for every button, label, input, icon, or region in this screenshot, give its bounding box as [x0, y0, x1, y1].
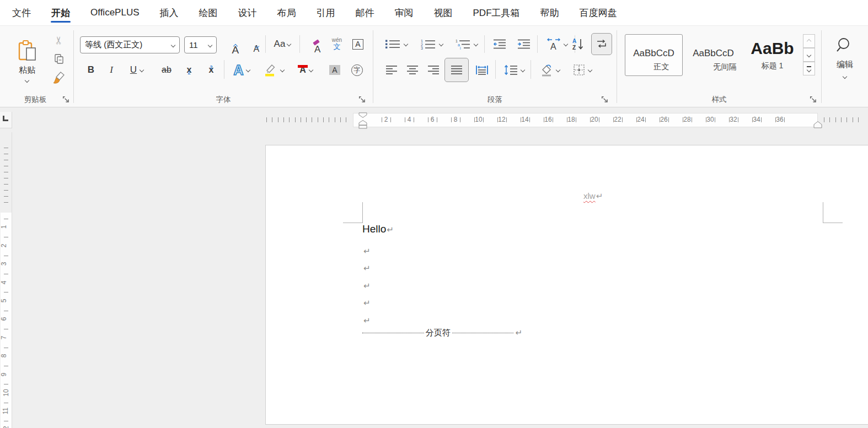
text-effects-button[interactable]: A — [227, 58, 256, 82]
change-case-button[interactable]: Aa — [269, 34, 296, 54]
tab-review[interactable]: 审阅 — [394, 1, 415, 25]
style-card-normal[interactable]: AaBbCcD ↵ 正文 — [625, 34, 683, 76]
strikethrough-button[interactable]: ab — [156, 59, 178, 81]
hanging-indent-marker[interactable] — [358, 120, 367, 129]
justify-button[interactable] — [444, 58, 469, 82]
align-right-button[interactable] — [424, 59, 443, 81]
decrease-indent-button[interactable] — [489, 34, 511, 54]
clear-formatting-button[interactable]: A — [304, 34, 325, 54]
align-left-button[interactable] — [382, 59, 401, 81]
styles-scroll-up-button[interactable] — [803, 34, 815, 48]
tab-officeplus[interactable]: OfficePLUS — [89, 2, 141, 24]
paragraph-dialog-launcher[interactable] — [601, 96, 609, 104]
increase-indent-button[interactable] — [513, 34, 535, 54]
style-card-no-spacing[interactable]: AaBbCcD ↵ 无间隔 — [684, 34, 742, 76]
ruler-tick — [846, 117, 847, 122]
tab-help[interactable]: 帮助 — [539, 1, 560, 25]
cut-button[interactable]: ✂ — [51, 32, 67, 48]
justify-icon — [450, 65, 463, 75]
font-name-combobox[interactable]: 等线 (西文正文) — [80, 36, 180, 53]
grow-font-button[interactable]: A — [222, 34, 242, 54]
tab-layout[interactable]: 布局 — [276, 1, 297, 25]
ruler-tick — [4, 148, 8, 148]
bullets-button[interactable] — [381, 34, 411, 54]
styles-gallery-expand-button[interactable] — [803, 62, 815, 75]
ruler-tick — [761, 117, 762, 122]
ruler-tick — [4, 154, 8, 154]
multilevel-list-button[interactable]: 1 a i — [450, 34, 482, 54]
tab-view[interactable]: 视图 — [433, 1, 454, 25]
underline-button[interactable]: U — [122, 59, 151, 81]
shrink-font-button[interactable]: A — [243, 34, 264, 54]
tab-file[interactable]: 文件 — [11, 1, 32, 25]
tab-references[interactable]: 引用 — [315, 1, 336, 25]
styles-scroll-down-button[interactable] — [803, 48, 815, 62]
subscript-button[interactable]: x2 — [179, 59, 200, 81]
header-text[interactable]: xlw↵ — [583, 191, 603, 201]
font-dialog-launcher[interactable] — [358, 96, 366, 104]
styles-dialog-launcher[interactable] — [810, 96, 817, 104]
font-size-combobox[interactable]: 11 — [184, 36, 217, 53]
tab-home[interactable]: 开始 — [50, 1, 71, 25]
highlight-color-button[interactable] — [258, 58, 289, 82]
numbering-button[interactable]: 1 2 3 — [415, 34, 448, 54]
ruler-tick — [4, 237, 8, 237]
sort-button[interactable]: A Z — [566, 33, 590, 55]
page[interactable]: xlw↵ Hello↵ ↵↵↵↵↵ 分页符 ↵ — [265, 145, 868, 425]
ruler-tick — [323, 117, 324, 122]
paste-button[interactable]: 粘贴 — [9, 29, 45, 92]
tab-insert[interactable]: 插入 — [159, 1, 180, 25]
document-canvas[interactable]: xlw↵ Hello↵ ↵↵↵↵↵ 分页符 ↵ — [12, 132, 868, 428]
ruler-tick — [460, 117, 460, 122]
tab-baidu-netdisk[interactable]: 百度网盘 — [578, 1, 618, 25]
expand-gallery-icon — [807, 66, 811, 67]
copy-button[interactable] — [51, 51, 67, 67]
tab-draw[interactable]: 绘图 — [198, 1, 219, 25]
editing-button[interactable]: 编辑 — [823, 30, 867, 84]
vertical-ruler[interactable]: 123456789101112 — [0, 132, 12, 428]
multilevel-list-icon: 1 a i — [455, 39, 470, 50]
character-border-button[interactable]: A — [348, 34, 368, 54]
distribute-text-button[interactable] — [471, 59, 493, 81]
show-formatting-marks-toggle[interactable] — [591, 33, 612, 55]
format-painter-button[interactable] — [51, 70, 67, 85]
italic-button[interactable]: I — [103, 59, 120, 81]
line-spacing-icon — [503, 64, 518, 75]
ruler-tick — [4, 348, 8, 348]
paragraph-mark: ↵ — [363, 259, 371, 277]
enclose-characters-button[interactable]: 字 — [346, 59, 367, 81]
shading-button[interactable] — [535, 58, 565, 82]
ruler-tick — [451, 117, 452, 122]
bold-button[interactable]: B — [82, 59, 100, 81]
ruler-tick — [301, 117, 301, 122]
tab-mailings[interactable]: 邮件 — [355, 1, 376, 25]
style-card-heading-1[interactable]: AaBb 标题 1 — [744, 34, 801, 76]
character-shading-button[interactable]: A — [324, 59, 345, 81]
chevron-down-icon — [245, 68, 250, 72]
right-indent-marker[interactable] — [813, 121, 822, 128]
font-color-button[interactable]: A — [291, 58, 321, 82]
svg-text:A: A — [572, 38, 576, 44]
superscript-button[interactable]: x2 — [201, 59, 222, 81]
ruler-tick — [829, 117, 830, 122]
sort-icon: A Z — [571, 37, 585, 51]
align-center-button[interactable] — [403, 59, 422, 81]
clipboard-dialog-launcher[interactable] — [62, 96, 70, 104]
highlighter-icon — [263, 63, 277, 77]
svg-text:i: i — [460, 46, 461, 50]
ruler-tick — [4, 292, 8, 292]
phonetic-guide-button[interactable]: wén 文 — [326, 33, 347, 55]
chevron-down-icon — [556, 68, 560, 72]
text-effects-icon: A — [233, 62, 243, 78]
first-line-indent-marker[interactable] — [358, 112, 367, 118]
body-text[interactable]: Hello↵ — [362, 223, 394, 235]
tab-pdf-toolbox[interactable]: PDF工具箱 — [472, 1, 521, 25]
horizontal-ruler[interactable]: 24681012141618202224262830323436 — [0, 112, 868, 128]
paragraph-mark: ↵ — [515, 328, 522, 338]
borders-button[interactable] — [567, 58, 598, 82]
ruler-tick — [4, 311, 8, 311]
tab-design[interactable]: 设计 — [237, 1, 258, 25]
svg-text:1: 1 — [421, 39, 423, 43]
line-spacing-button[interactable] — [500, 59, 528, 81]
group-divider — [821, 30, 822, 103]
